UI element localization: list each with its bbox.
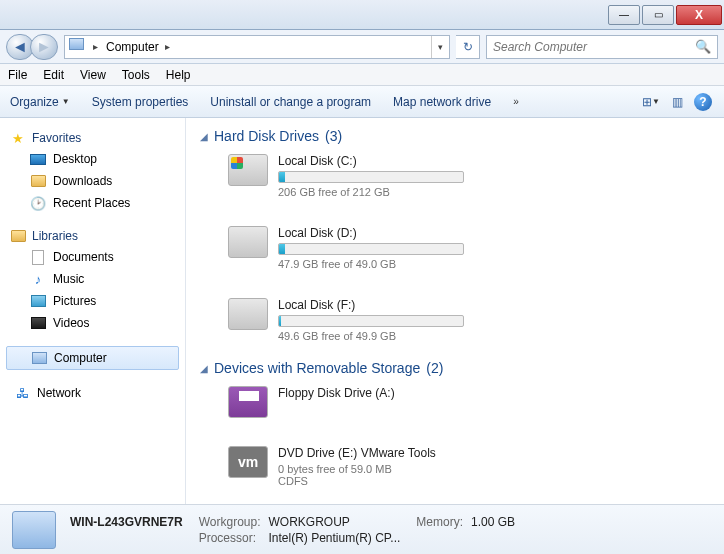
toolbar: Organize ▼ System properties Uninstall o… xyxy=(0,86,724,118)
maximize-button[interactable]: ▭ xyxy=(642,5,674,25)
search-input[interactable] xyxy=(493,40,695,54)
window-titlebar: — ▭ X xyxy=(0,0,724,30)
address-dropdown[interactable]: ▾ xyxy=(431,36,449,58)
content-pane: ◢ Hard Disk Drives (3) Local Disk (C:)20… xyxy=(186,118,724,504)
memory-label: Memory: xyxy=(416,515,463,529)
refresh-icon: ↻ xyxy=(463,40,473,54)
drive-icon xyxy=(228,298,268,330)
memory-value: 1.00 GB xyxy=(471,515,515,529)
drive-name: Local Disk (F:) xyxy=(278,298,464,312)
sidebar-item-recent[interactable]: 🕑Recent Places xyxy=(0,192,185,214)
breadcrumb-computer[interactable]: Computer xyxy=(102,40,163,54)
sidebar-item-network[interactable]: 🖧Network xyxy=(0,382,185,404)
drive-item[interactable]: Floppy Disk Drive (A:) xyxy=(228,386,464,418)
back-arrow-icon: ◄ xyxy=(12,38,28,56)
music-icon: ♪ xyxy=(30,271,46,287)
computer-icon xyxy=(31,350,47,366)
drive-filesystem: CDFS xyxy=(278,475,464,487)
navigation-pane: ★Favorites Desktop Downloads 🕑Recent Pla… xyxy=(0,118,186,504)
sidebar-item-downloads[interactable]: Downloads xyxy=(0,170,185,192)
sidebar-item-documents[interactable]: Documents xyxy=(0,246,185,268)
pictures-icon xyxy=(30,293,46,309)
drive-name: Local Disk (C:) xyxy=(278,154,464,168)
capacity-bar xyxy=(278,243,464,255)
view-icon: ⊞ xyxy=(642,95,652,109)
forward-arrow-icon: ► xyxy=(36,38,52,56)
view-mode-button[interactable]: ⊞▼ xyxy=(640,91,662,113)
chevron-down-icon: ▼ xyxy=(62,97,70,106)
chevron-right-icon: ▸ xyxy=(91,41,102,52)
category-removable[interactable]: ◢ Devices with Removable Storage (2) xyxy=(200,360,710,376)
sidebar-item-videos[interactable]: Videos xyxy=(0,312,185,334)
drive-name: Local Disk (D:) xyxy=(278,226,464,240)
close-button[interactable]: X xyxy=(676,5,722,25)
chevron-down-icon: ▼ xyxy=(652,97,660,106)
sidebar-libraries[interactable]: Libraries xyxy=(0,226,185,246)
menu-bar: File Edit View Tools Help xyxy=(0,64,724,86)
folder-icon xyxy=(30,173,46,189)
drive-item[interactable]: Local Disk (C:)206 GB free of 212 GB xyxy=(228,154,464,198)
computer-large-icon xyxy=(12,511,56,549)
search-icon: 🔍 xyxy=(695,39,711,54)
workgroup-value: WORKGROUP xyxy=(269,515,401,529)
sidebar-item-pictures[interactable]: Pictures xyxy=(0,290,185,312)
menu-view[interactable]: View xyxy=(80,68,106,82)
workgroup-label: Workgroup: xyxy=(199,515,261,529)
computer-name: WIN-L243GVRNE7R xyxy=(70,515,183,529)
capacity-bar xyxy=(278,315,464,327)
chevron-right-icon: ▸ xyxy=(163,41,174,52)
menu-file[interactable]: File xyxy=(8,68,27,82)
drive-icon: vm xyxy=(228,446,268,478)
map-drive-button[interactable]: Map network drive xyxy=(393,95,491,109)
collapse-icon: ◢ xyxy=(200,131,208,142)
star-icon: ★ xyxy=(10,130,26,146)
address-bar[interactable]: ▸ Computer ▸ ▾ xyxy=(64,35,450,59)
drive-item[interactable]: Local Disk (D:)47.9 GB free of 49.0 GB xyxy=(228,226,464,270)
menu-edit[interactable]: Edit xyxy=(43,68,64,82)
minimize-button[interactable]: — xyxy=(608,5,640,25)
toolbar-overflow[interactable]: » xyxy=(513,96,519,107)
system-properties-button[interactable]: System properties xyxy=(92,95,189,109)
drive-free-text: 0 bytes free of 59.0 MB xyxy=(278,463,464,475)
help-icon: ? xyxy=(694,93,712,111)
drive-free-text: 47.9 GB free of 49.0 GB xyxy=(278,258,464,270)
organize-button[interactable]: Organize ▼ xyxy=(10,95,70,109)
sidebar-favorites[interactable]: ★Favorites xyxy=(0,128,185,148)
refresh-button[interactable]: ↻ xyxy=(456,35,480,59)
libraries-icon xyxy=(10,228,26,244)
processor-label: Processor: xyxy=(199,531,261,545)
videos-icon xyxy=(30,315,46,331)
menu-help[interactable]: Help xyxy=(166,68,191,82)
sidebar-item-music[interactable]: ♪Music xyxy=(0,268,185,290)
sidebar-item-computer[interactable]: Computer xyxy=(6,346,179,370)
capacity-bar xyxy=(278,171,464,183)
drive-free-text: 49.6 GB free of 49.9 GB xyxy=(278,330,464,342)
drive-icon xyxy=(228,226,268,258)
desktop-icon xyxy=(30,151,46,167)
network-icon: 🖧 xyxy=(14,385,30,401)
nav-row: ◄ ► ▸ Computer ▸ ▾ ↻ 🔍 xyxy=(0,30,724,64)
details-pane: WIN-L243GVRNE7R Workgroup: WORKGROUP Mem… xyxy=(0,504,724,554)
computer-icon xyxy=(69,38,87,56)
drive-name: Floppy Disk Drive (A:) xyxy=(278,386,464,400)
help-button[interactable]: ? xyxy=(692,91,714,113)
documents-icon xyxy=(30,249,46,265)
category-hdd[interactable]: ◢ Hard Disk Drives (3) xyxy=(200,128,710,144)
drive-name: DVD Drive (E:) VMware Tools xyxy=(278,446,464,460)
collapse-icon: ◢ xyxy=(200,363,208,374)
drive-icon xyxy=(228,154,268,186)
processor-value: Intel(R) Pentium(R) CP... xyxy=(269,531,401,545)
drive-icon xyxy=(228,386,268,418)
drive-item[interactable]: vmDVD Drive (E:) VMware Tools0 bytes fre… xyxy=(228,446,464,487)
uninstall-button[interactable]: Uninstall or change a program xyxy=(210,95,371,109)
search-box[interactable]: 🔍 xyxy=(486,35,718,59)
drive-free-text: 206 GB free of 212 GB xyxy=(278,186,464,198)
sidebar-item-desktop[interactable]: Desktop xyxy=(0,148,185,170)
preview-pane-button[interactable]: ▥ xyxy=(666,91,688,113)
forward-button[interactable]: ► xyxy=(30,34,58,60)
menu-tools[interactable]: Tools xyxy=(122,68,150,82)
preview-pane-icon: ▥ xyxy=(672,95,683,109)
recent-icon: 🕑 xyxy=(30,195,46,211)
drive-item[interactable]: Local Disk (F:)49.6 GB free of 49.9 GB xyxy=(228,298,464,342)
